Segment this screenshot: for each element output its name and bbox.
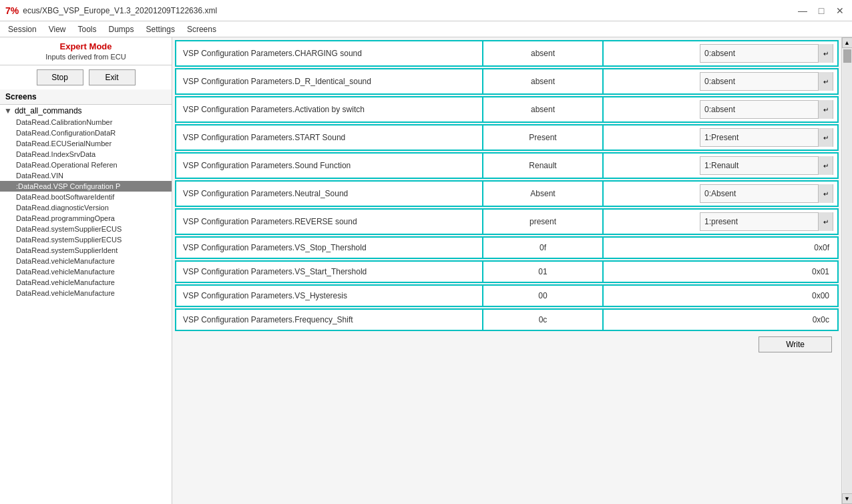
param-row-10: VSP Configuration Parameters.Frequency_S… [175, 308, 839, 331]
menu-dumps[interactable]: Dumps [103, 23, 140, 35]
content-area: VSP Configuration Parameters.CHARGING so… [172, 37, 841, 504]
dropdown-3[interactable]: 1:Present↵ [700, 128, 833, 147]
param-value-6: present [483, 210, 604, 234]
tree-item-13[interactable]: DataRead.vehicleManufacture [0, 256, 172, 266]
plain-value-7: 0x0f [810, 242, 833, 254]
tree-item-11[interactable]: DataRead.systemSupplierECUS [0, 234, 172, 245]
param-value-10: 0c [483, 310, 604, 330]
param-control-2: 0:absent↵ [604, 97, 837, 121]
param-name-5: VSP Configuration Parameters.Neutral_Sou… [176, 182, 483, 206]
minimize-button[interactable]: — [796, 4, 809, 17]
plain-value-8: 0x01 [808, 266, 833, 278]
param-row-3: VSP Configuration Parameters.START Sound… [175, 124, 839, 151]
param-value-1: absent [483, 69, 604, 93]
tree-item-6[interactable]: :DataRead.VSP Configuration P [0, 181, 172, 192]
stop-button[interactable]: Stop [37, 69, 83, 85]
dropdown-4[interactable]: 1:Renault↵ [700, 156, 833, 175]
write-row: Write [175, 332, 839, 356]
scroll-down-arrow[interactable]: ▼ [842, 493, 853, 504]
param-row-2: VSP Configuration Parameters.Activation … [175, 96, 839, 123]
dropdown-0[interactable]: 0:absent↵ [700, 44, 833, 63]
param-name-1: VSP Configuration Parameters.D_R_Identic… [176, 69, 483, 93]
dropdown-2[interactable]: 0:absent↵ [700, 100, 833, 119]
tree-item-4[interactable]: DataRead.Operational Referen [0, 160, 172, 170]
title-bar: 7% ecus/XBG_VSP_Europe_V1.3_20201209T122… [0, 0, 852, 21]
app-icon: 7% [5, 5, 19, 16]
param-name-9: VSP Configuration Parameters.VS_Hysteres… [176, 286, 483, 306]
tree-item-16[interactable]: DataRead.vehicleManufacture [0, 288, 172, 298]
expert-mode-label: Expert Mode [5, 41, 166, 51]
tree-item-12[interactable]: DataRead.systemSupplierIdent [0, 245, 172, 256]
tree-item-10[interactable]: DataRead.systemSupplierECUS [0, 224, 172, 234]
dropdown-text-3: 1:Present [700, 132, 818, 144]
dropdown-arrow-6[interactable]: ↵ [818, 212, 833, 231]
param-value-4: Renault [483, 154, 604, 178]
param-value-7: 0f [483, 238, 604, 258]
menu-screens[interactable]: Screens [182, 23, 222, 35]
param-name-6: VSP Configuration Parameters.REVERSE sou… [176, 210, 483, 234]
param-row-1: VSP Configuration Parameters.D_R_Identic… [175, 68, 839, 95]
param-control-7: 0x0f [604, 238, 837, 258]
menu-session[interactable]: Session [3, 23, 42, 35]
dropdown-1[interactable]: 0:absent↵ [700, 72, 833, 91]
scroll-up-arrow[interactable]: ▲ [842, 37, 853, 48]
param-control-9: 0x00 [604, 286, 837, 306]
tree-item-2[interactable]: DataRead.ECUSerialNumber [0, 138, 172, 149]
sidebar-buttons: Stop Exit [0, 65, 172, 89]
menu-view[interactable]: View [43, 23, 71, 35]
param-control-5: 0:Absent↵ [604, 182, 837, 206]
dropdown-5[interactable]: 0:Absent↵ [700, 184, 833, 203]
param-control-1: 0:absent↵ [604, 69, 837, 93]
plain-value-9: 0x00 [808, 290, 833, 302]
param-name-3: VSP Configuration Parameters.START Sound [176, 125, 483, 150]
tree-item-5[interactable]: DataRead.VIN [0, 170, 172, 181]
dropdown-arrow-1[interactable]: ↵ [818, 72, 833, 91]
param-row-9: VSP Configuration Parameters.VS_Hysteres… [175, 284, 839, 307]
params-container: VSP Configuration Parameters.CHARGING so… [175, 40, 839, 331]
screens-tree: ▼ ddt_all_commands DataRead.CalibrationN… [0, 105, 172, 504]
dropdown-text-5: 0:Absent [700, 188, 818, 200]
title-bar-left: 7% ecus/XBG_VSP_Europe_V1.3_20201209T122… [5, 5, 217, 16]
dropdown-arrow-5[interactable]: ↵ [818, 184, 833, 203]
tree-item-1[interactable]: DataRead.ConfigurationDataR [0, 128, 172, 138]
maximize-button[interactable]: □ [815, 4, 828, 17]
write-button[interactable]: Write [759, 336, 832, 352]
tree-parent-ddt[interactable]: ▼ ddt_all_commands [0, 105, 172, 117]
dropdown-text-0: 0:absent [700, 47, 818, 59]
param-name-7: VSP Configuration Parameters.VS_Stop_The… [176, 238, 483, 258]
tree-item-3[interactable]: DataRead.IndexSrvData [0, 149, 172, 160]
sidebar-header: Expert Mode Inputs derived from ECU [0, 37, 172, 65]
scroll-track[interactable] [843, 48, 852, 493]
tree-item-8[interactable]: DataRead.diagnosticVersion [0, 202, 172, 213]
tree-item-0[interactable]: DataRead.CalibrationNumber [0, 117, 172, 128]
param-value-2: absent [483, 97, 604, 121]
plain-value-10: 0x0c [809, 314, 833, 326]
dropdown-arrow-4[interactable]: ↵ [818, 156, 833, 175]
menu-settings[interactable]: Settings [141, 23, 180, 35]
param-control-10: 0x0c [604, 310, 837, 330]
title-bar-controls: — □ ✕ [796, 4, 847, 17]
exit-button[interactable]: Exit [89, 69, 136, 85]
param-value-9: 00 [483, 286, 604, 306]
dropdown-6[interactable]: 1:present↵ [700, 212, 833, 231]
dropdown-arrow-3[interactable]: ↵ [818, 128, 833, 147]
param-name-2: VSP Configuration Parameters.Activation … [176, 97, 483, 121]
tree-item-9[interactable]: DataRead.programmingOpera [0, 213, 172, 224]
dropdown-arrow-2[interactable]: ↵ [818, 100, 833, 119]
tree-arrow: ▼ [4, 106, 12, 115]
main-container: Expert Mode Inputs derived from ECU Stop… [0, 37, 852, 504]
tree-item-14[interactable]: DataRead.vehicleManufacture [0, 266, 172, 277]
tree-item-15[interactable]: DataRead.vehicleManufacture [0, 277, 172, 288]
dropdown-arrow-0[interactable]: ↵ [818, 44, 833, 63]
close-button[interactable]: ✕ [833, 4, 847, 17]
param-value-0: absent [483, 41, 604, 65]
inputs-derived-label: Inputs derived from ECU [5, 53, 166, 61]
right-scrollbar[interactable]: ▲ ▼ [841, 37, 852, 504]
param-control-0: 0:absent↵ [604, 41, 837, 65]
dropdown-text-6: 1:present [700, 216, 818, 228]
scroll-thumb[interactable] [843, 49, 851, 63]
tree-item-7[interactable]: DataRead.bootSoftwareIdentif [0, 192, 172, 202]
param-name-4: VSP Configuration Parameters.Sound Funct… [176, 154, 483, 178]
menu-tools[interactable]: Tools [73, 23, 102, 35]
dropdown-text-1: 0:absent [700, 75, 818, 87]
